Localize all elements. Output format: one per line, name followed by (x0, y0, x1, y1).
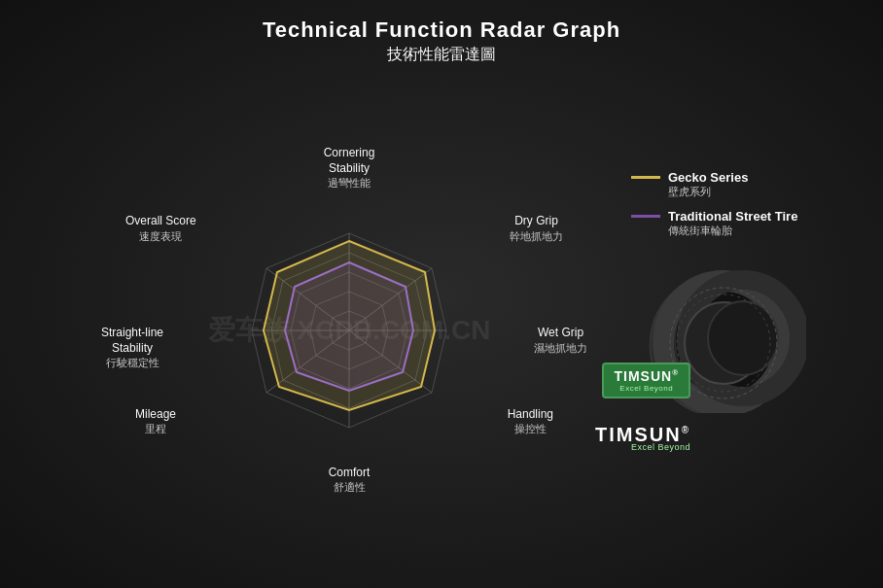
legend-line-purple (631, 215, 660, 218)
label-handling: Handling 操控性 (508, 407, 553, 437)
title-english: Technical Function Radar Graph (263, 17, 620, 43)
right-panel: Gecko Series 壁虎系列 Traditional Street Tir… (631, 170, 806, 452)
label-wet-grip: Wet Grip 濕地抓地力 (534, 326, 587, 356)
label-mileage: Mileage 里程 (135, 407, 176, 437)
label-dry-grip: Dry Grip 幹地抓地力 (510, 214, 563, 244)
timsun-tagline: Excel Beyond (614, 384, 679, 393)
timsun-logo-box: TIMSUN® Excel Beyond (602, 363, 690, 398)
title-chinese: 技術性能雷達圖 (263, 45, 620, 65)
legend-line-yellow (631, 176, 660, 179)
legend-item-traditional: Traditional Street Tire 傳統街車輪胎 (631, 209, 797, 238)
label-straight-line: Straight-line Stability 行駛穩定性 (101, 326, 163, 371)
radar-chart (194, 175, 505, 486)
timsun-brand-name: TIMSUN® (614, 368, 679, 384)
svg-marker-14 (285, 262, 413, 391)
page-container: Technical Function Radar Graph 技術性能雷達圖 爱… (0, 0, 883, 588)
radar-area: 爱车族 XCPB.COM.CN Cornering Stability 過彎性能… (77, 107, 621, 554)
main-content: 爱车族 XCPB.COM.CN Cornering Stability 過彎性能… (0, 73, 883, 588)
timsun-bottom-branding: TIMSUN® Excel Beyond (631, 442, 690, 452)
label-overall-score: Overall Score 速度表現 (125, 214, 196, 244)
legend-item-gecko: Gecko Series 壁虎系列 (631, 170, 797, 199)
title-area: Technical Function Radar Graph 技術性能雷達圖 (263, 17, 620, 65)
legend: Gecko Series 壁虎系列 Traditional Street Tir… (631, 170, 797, 248)
timsun-branding: TIMSUN® Excel Beyond TIMSUN® Excel Beyon… (631, 394, 690, 452)
timsun-bottom-logo: TIMSUN® (595, 422, 690, 447)
